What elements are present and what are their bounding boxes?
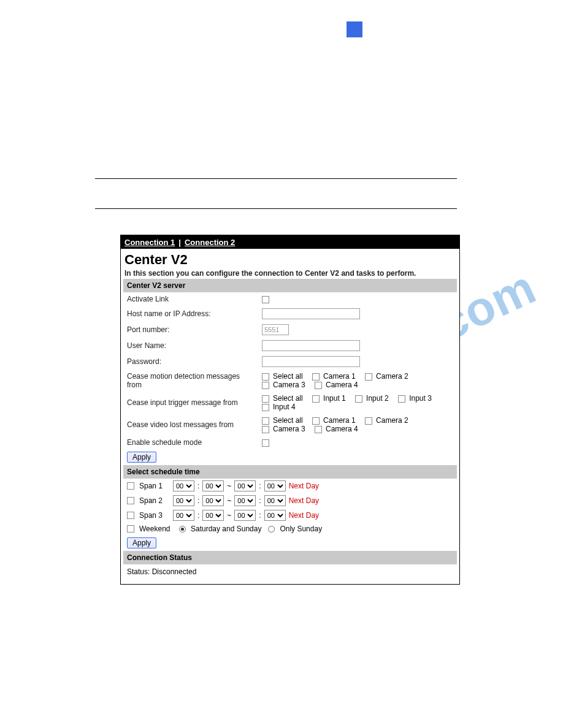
span2-start-hour[interactable]: 00 (173, 495, 194, 506)
label-cease-motion: Cease motion detection messages from (123, 370, 258, 392)
status-text: Status: Disconnected (123, 564, 457, 579)
nextday-1: Next Day (289, 482, 319, 490)
tilde: ~ (227, 496, 231, 505)
cb-lost-cam2[interactable] (365, 417, 372, 425)
section-server-head: Center V2 server (123, 279, 457, 292)
cb-input-4[interactable] (262, 404, 269, 411)
label-cease-lost: Cease video lost messages from (123, 414, 258, 436)
cb-label: Camera 3 (273, 381, 305, 389)
cease-lost-options: Select all Camera 1 Camera 2 Camera 3 Ca… (258, 414, 457, 436)
label-port: Port number: (123, 322, 258, 338)
cb-label: Camera 1 (323, 372, 356, 381)
section-status-head: Connection Status (123, 551, 457, 564)
cb-weekend[interactable] (127, 525, 134, 533)
tilde: ~ (227, 482, 231, 490)
input-host[interactable] (262, 308, 360, 319)
tilde: ~ (227, 511, 231, 520)
schedule-row-2: Span 2 00 : 00 ~ 00 : 00 Next Day (123, 493, 457, 508)
radio-sat-sun[interactable] (179, 526, 186, 533)
input-username[interactable] (262, 340, 360, 351)
cb-lost-cam1[interactable] (312, 417, 320, 425)
label-pass: Password: (123, 354, 258, 370)
cb-motion-cam2[interactable] (365, 373, 372, 381)
label-span2: Span 2 (139, 496, 170, 505)
cb-label: Select all (273, 416, 303, 425)
apply-button-schedule[interactable]: Apply (127, 537, 156, 548)
cb-lost-cam3[interactable] (262, 426, 269, 433)
colon: : (259, 496, 261, 505)
schedule-row-1: Span 1 00 : 00 ~ 00 : 00 Next Day (123, 479, 457, 493)
tab-connection-1[interactable]: Connection 1 (124, 238, 175, 247)
cb-label: Camera 4 (326, 425, 358, 433)
cb-label: Camera 3 (273, 425, 305, 433)
cb-input-2[interactable] (355, 395, 362, 403)
schedule-row-3: Span 3 00 : 00 ~ 00 : 00 Next Day (123, 508, 457, 523)
colon: : (197, 496, 199, 505)
span3-start-min[interactable]: 00 (202, 510, 224, 521)
server-form: Activate Link Host name or IP Address: P… (123, 292, 457, 449)
cb-label: Input 2 (366, 394, 389, 403)
input-password[interactable] (262, 356, 360, 367)
tab-bar: Connection 1 | Connection 2 (121, 235, 459, 249)
span1-end-min[interactable]: 00 (264, 480, 286, 491)
label-span1: Span 1 (139, 482, 170, 490)
label-enable-schedule: Enable schedule mode (123, 436, 258, 449)
label-span3: Span 3 (139, 511, 170, 520)
page-title: Center V2 (124, 252, 457, 268)
label-sat-sun: Saturday and Sunday (191, 525, 261, 533)
section-schedule-head: Select schedule time (123, 465, 457, 479)
span2-end-min[interactable]: 00 (264, 495, 286, 506)
cease-input-options: Select all Input 1 Input 2 Input 3 Input… (258, 392, 457, 414)
cb-input-selectall[interactable] (262, 395, 269, 403)
apply-button-server[interactable]: Apply (127, 452, 156, 463)
label-cease-input: Cease input trigger message from (123, 392, 258, 414)
cb-label: Camera 1 (323, 416, 356, 425)
label-weekend: Weekend (139, 525, 176, 533)
span2-end-hour[interactable]: 00 (234, 495, 256, 506)
divider-bottom (95, 208, 457, 209)
span3-end-min[interactable]: 00 (264, 510, 286, 521)
span1-start-min[interactable]: 00 (202, 480, 224, 491)
page-description: In this section you can configure the co… (124, 269, 457, 278)
cb-lost-selectall[interactable] (262, 417, 269, 425)
span3-start-hour[interactable]: 00 (173, 510, 194, 521)
checkbox-enable-schedule[interactable] (262, 439, 269, 447)
cb-span2[interactable] (127, 497, 134, 504)
cb-motion-cam3[interactable] (262, 382, 269, 389)
colon: : (259, 482, 261, 490)
cb-lost-cam4[interactable] (315, 426, 322, 433)
divider-top (95, 178, 457, 179)
span1-end-hour[interactable]: 00 (234, 480, 256, 491)
cb-label: Camera 2 (376, 372, 408, 381)
label-only-sun: Only Sunday (280, 525, 322, 533)
cb-label: Select all (273, 372, 303, 381)
colon: : (197, 482, 199, 490)
span2-start-min[interactable]: 00 (202, 495, 224, 506)
cb-input-3[interactable] (398, 395, 405, 403)
tab-separator: | (178, 238, 181, 247)
label-user: User Name: (123, 338, 258, 354)
nextday-3: Next Day (289, 511, 319, 520)
cb-motion-cam1[interactable] (312, 373, 320, 381)
accent-square (347, 21, 362, 37)
label-activate: Activate Link (123, 292, 258, 306)
colon: : (259, 511, 261, 520)
nextday-2: Next Day (289, 496, 319, 505)
tab-connection-2[interactable]: Connection 2 (185, 238, 235, 247)
colon: : (197, 511, 199, 520)
cb-motion-selectall[interactable] (262, 373, 269, 381)
cb-span1[interactable] (127, 482, 134, 490)
span3-end-hour[interactable]: 00 (234, 510, 256, 521)
cb-label: Camera 2 (376, 416, 408, 425)
radio-only-sun[interactable] (268, 526, 275, 533)
config-panel: Connection 1 | Connection 2 Center V2 In… (120, 235, 460, 585)
cease-motion-options: Select all Camera 1 Camera 2 Camera 3 Ca… (258, 370, 457, 392)
span1-start-hour[interactable]: 00 (173, 480, 194, 491)
cb-motion-cam4[interactable] (315, 382, 322, 389)
cb-span3[interactable] (127, 512, 134, 519)
checkbox-activate-link[interactable] (262, 296, 269, 303)
cb-label: Camera 4 (326, 381, 358, 389)
cb-input-1[interactable] (312, 395, 320, 403)
cb-label: Input 4 (273, 403, 296, 411)
input-port[interactable] (262, 324, 289, 335)
